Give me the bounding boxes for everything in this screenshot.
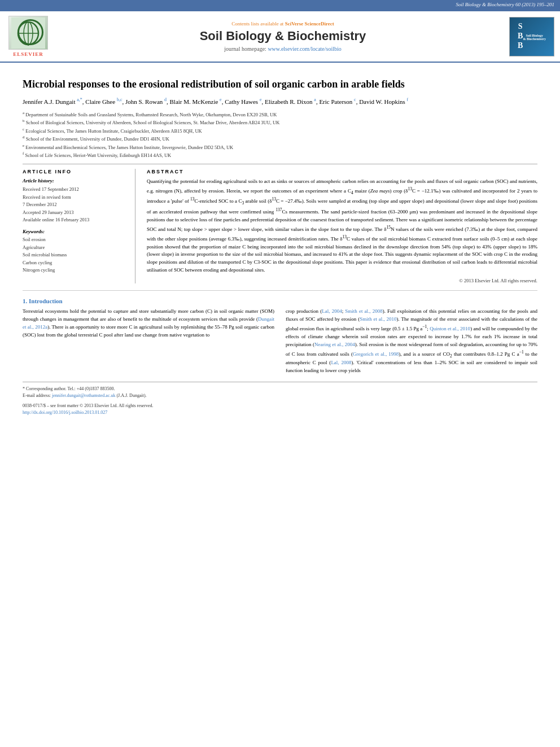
intro-section: 1. Introduction Terrestrial ecosystems h… (23, 298, 537, 375)
keyword-3: Soil microbial biomass (23, 251, 126, 259)
journal-citation: Soil Biology & Biochemistry 60 (2013) 19… (456, 2, 554, 7)
divider-2 (23, 290, 537, 291)
keyword-2: Agriculture (23, 244, 126, 252)
authors-line: Jennifer A.J. Dungait a,*, Claire Ghee b… (23, 97, 537, 106)
sciverse-name[interactable]: SciVerse ScienceDirect (285, 21, 334, 27)
article-info-panel: ARTICLE INFO Article history: Received 1… (23, 169, 135, 283)
main-content: Microbial responses to the erosional red… (0, 63, 560, 425)
keyword-1: Soil erosion (23, 236, 126, 244)
revised-date: 7 December 2012 (23, 201, 126, 209)
journal-header: ELSEVIER Contents lists available at Sci… (0, 11, 560, 63)
affiliation-a: a Department of Sustainable Soils and Gr… (23, 110, 537, 119)
accepted-date: Accepted 29 January 2013 (23, 209, 126, 217)
sciverse-link[interactable]: Contents lists available at SciVerse Sci… (56, 21, 509, 27)
journal-title: Soil Biology & Biochemistry (56, 29, 509, 43)
svg-rect-0 (11, 18, 45, 49)
journal-url[interactable]: www.elsevier.com/locate/soilbio (268, 46, 341, 52)
ref-quinton-2010[interactable]: Quinton et al., 2010 (430, 326, 470, 331)
affiliation-d: d School of the Environment, University … (23, 134, 537, 143)
svg-point-1 (18, 22, 38, 45)
intro-left-text: Terrestrial ecosystems hold the potentia… (23, 308, 274, 339)
svg-point-4 (24, 22, 33, 45)
divider-1 (23, 164, 537, 164)
article-info-label: ARTICLE INFO (23, 169, 126, 174)
article-title: Microbial responses to the erosional red… (23, 78, 537, 91)
ref-lal-2008[interactable]: Lal, 2008 (331, 360, 351, 365)
keywords-label: Keywords: (23, 229, 126, 234)
journal-title-block: Contents lists available at SciVerse Sci… (56, 21, 509, 52)
authors-text: Jennifer A.J. Dungait a,*, Claire Ghee b… (23, 98, 408, 105)
affiliation-e: e Environmental and Biochemical Sciences… (23, 143, 537, 151)
elsevier-logo-block: ELSEVIER (6, 16, 51, 57)
keyword-5: Nitrogen cycling (23, 267, 126, 274)
elsevier-wordmark: ELSEVIER (13, 51, 43, 57)
intro-right-text: crop production (Lal, 2004; Smith et al.… (286, 308, 537, 375)
email-link[interactable]: jennifer.dungait@rothamsted.ac.uk (52, 393, 115, 398)
journal-homepage: journal homepage: www.elsevier.com/locat… (56, 46, 509, 52)
journal-logo-image: SBB Soil Biology& Biochemistry (509, 17, 554, 56)
abstract-panel: ABSTRACT Quantifying the potential for e… (147, 169, 537, 283)
available-date: Available online 16 February 2013 (23, 216, 126, 224)
abstract-label: ABSTRACT (147, 169, 537, 174)
intro-heading: 1. Introduction (23, 298, 274, 304)
corresponding-author-note: * Corresponding author. Tel.: +44 (0)183… (23, 386, 537, 392)
affiliations: a Department of Sustainable Soils and Gr… (23, 110, 537, 159)
abstract-text: Quantifying the potential for eroding ag… (147, 178, 537, 274)
article-info-abstract-section: ARTICLE INFO Article history: Received 1… (23, 169, 537, 283)
affiliation-f: f School of Life Sciences, Heriot-Watt U… (23, 151, 537, 159)
affiliation-b: b School of Biological Sciences, Univers… (23, 118, 537, 126)
intro-left-col: 1. Introduction Terrestrial ecosystems h… (23, 298, 274, 375)
ref-smith-2010[interactable]: Smith et al., 2010 (360, 316, 396, 322)
doi-link[interactable]: http://dx.doi.org/10.1016/j.soilbio.2013… (23, 410, 107, 415)
copyright-line: © 2013 Elsevier Ltd. All rights reserved… (147, 278, 537, 283)
keyword-4: Carbon cycling (23, 259, 126, 267)
intro-right-col: crop production (Lal, 2004; Smith et al.… (286, 298, 537, 375)
ref-lal-2004[interactable]: Lal, 2004 (322, 308, 342, 314)
ref-smith-2008[interactable]: Smith et al., 2008 (345, 308, 382, 314)
doi-line: http://dx.doi.org/10.1016/j.soilbio.2013… (23, 409, 537, 416)
affiliation-c: c Ecological Sciences, The James Hutton … (23, 126, 537, 135)
ref-gregorich-1998[interactable]: Gregorich et al., 1998 (353, 351, 399, 357)
history-label: Article history: (23, 178, 126, 184)
revised-label: Received in revised form (23, 194, 126, 202)
issn-line: 0038-0717/$ – see front matter © 2013 El… (23, 403, 537, 409)
ref-dungait-2012a[interactable]: Dungait et al., 2012a (23, 316, 274, 330)
elsevier-tree-image (8, 16, 48, 50)
footnote-section: * Corresponding author. Tel.: +44 (0)183… (23, 382, 537, 416)
ref-nearing-2004[interactable]: Nearing et al., 2004 (314, 342, 355, 347)
email-note: E-mail address: jennifer.dungait@rothams… (23, 392, 537, 399)
journal-citation-bar: Soil Biology & Biochemistry 60 (2013) 19… (0, 0, 560, 9)
received-date: Received 17 September 2012 (23, 186, 126, 194)
